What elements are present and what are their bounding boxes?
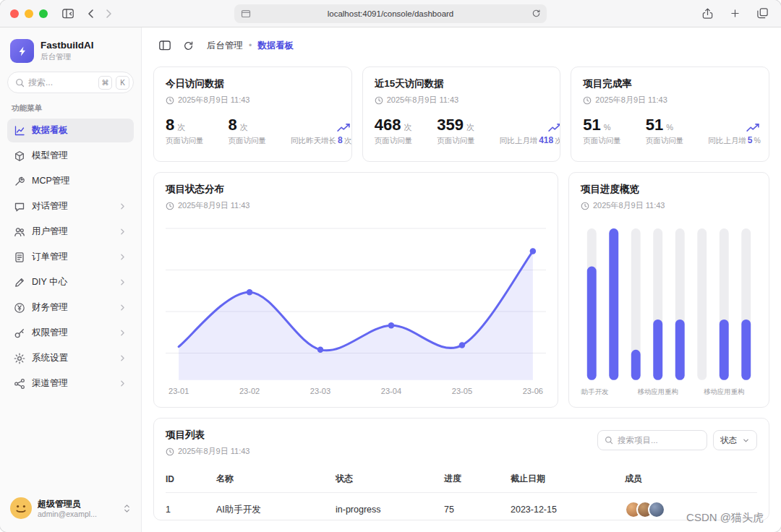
url-text: localhost:4091/console/dashboard <box>328 9 454 18</box>
app-subtitle: 后台管理 <box>40 52 94 62</box>
share-nodes-icon <box>14 378 25 390</box>
sidebar-search[interactable]: ⌘ K <box>7 72 134 93</box>
user-menu[interactable]: 超级管理员 admin@exampl... <box>7 493 134 523</box>
cell-progress: 75 <box>444 493 511 521</box>
browser-sidebar-toggle-icon[interactable] <box>59 5 77 22</box>
breadcrumb-current[interactable]: 数据看板 <box>257 40 294 52</box>
cell-deadline: 2023-12-15 <box>511 493 625 521</box>
stat-card-15day-visits: 近15天访问数据 2025年8月9日 11:43 468次 页面访问量 359 <box>362 66 561 162</box>
sidebar-menu: 数据看板 模型管理 MCP管理 对话管理 用户管理 <box>7 119 134 395</box>
trend-unit: 次 <box>344 136 352 145</box>
chevron-right-icon <box>118 303 127 312</box>
svg-text:移动应用重构: 移动应用重构 <box>637 387 678 395</box>
metric-value: 8 <box>166 117 174 133</box>
chevron-right-icon <box>118 379 127 388</box>
wrench-icon <box>14 176 25 187</box>
sidebar-item-channels[interactable]: 渠道管理 <box>7 372 134 395</box>
card-timestamp: 2025年8月9日 11:43 <box>178 95 249 106</box>
panel-collapse-icon[interactable] <box>155 35 175 56</box>
gear-icon <box>14 353 25 364</box>
col-header-id: ID <box>166 466 216 493</box>
col-header-deadline: 截止日期 <box>511 466 625 493</box>
card-title: 项目完成率 <box>583 77 757 90</box>
metric-unit: 次 <box>404 122 411 133</box>
close-button[interactable] <box>10 9 19 18</box>
app-title: FastbuildAI <box>40 40 94 51</box>
sidebar-item-orders[interactable]: 订单管理 <box>7 245 134 269</box>
sidebar-item-settings[interactable]: 系统设置 <box>7 346 134 370</box>
sidebar-item-label: 用户管理 <box>32 226 68 238</box>
chevron-right-icon <box>118 202 127 211</box>
trend-unit: 次 <box>555 136 560 145</box>
trend-prefix: 同比上月增 <box>708 136 746 145</box>
svg-text:23-03: 23-03 <box>310 387 330 395</box>
url-bar[interactable]: localhost:4091/console/dashboard <box>234 4 547 23</box>
menu-section-label: 功能菜单 <box>12 103 129 113</box>
metric: 359次 页面访问量 <box>437 117 475 146</box>
sidebar-item-label: 订单管理 <box>32 251 68 263</box>
col-header-members: 成员 <box>625 466 757 493</box>
metric-label: 页面访问量 <box>646 136 684 146</box>
metric-label: 页面访问量 <box>437 136 475 146</box>
sidebar-item-permissions[interactable]: 权限管理 <box>7 321 134 345</box>
card-timestamp: 2025年8月9日 11:43 <box>593 200 665 211</box>
sidebar-item-finance[interactable]: 财务管理 <box>7 296 134 319</box>
back-button[interactable] <box>82 5 100 22</box>
cube-icon <box>14 150 25 162</box>
chevron-right-icon <box>118 227 127 236</box>
traffic-lights <box>10 9 48 18</box>
stat-card-today-visits: 今日访问数据 2025年8月9日 11:43 8次 页面访问量 8次 <box>153 66 352 162</box>
trend: 同比上月增418次 <box>500 123 561 146</box>
status-filter-select[interactable]: 状态 <box>713 430 757 450</box>
refresh-icon[interactable] <box>178 35 198 56</box>
svg-text:23-04: 23-04 <box>381 387 401 395</box>
sidebar-item-conversations[interactable]: 对话管理 <box>7 194 134 218</box>
sidebar-item-models[interactable]: 模型管理 <box>7 144 134 168</box>
sidebar-item-users[interactable]: 用户管理 <box>7 220 134 244</box>
metric: 51% 页面访问量 <box>583 117 621 146</box>
trend-value: 8 <box>338 135 343 145</box>
share-icon[interactable] <box>699 5 716 22</box>
clock-icon <box>581 202 589 210</box>
breadcrumb-root[interactable]: 后台管理 <box>207 40 243 52</box>
toolbar-right-actions <box>699 5 771 22</box>
metric: 8次 页面访问量 <box>229 117 267 146</box>
page-settings-icon[interactable] <box>241 9 251 19</box>
zoom-button[interactable] <box>39 9 48 18</box>
card-timestamp: 2025年8月9日 11:43 <box>387 95 458 106</box>
trend: 同比昨天增长8次 <box>291 123 351 146</box>
k-key-badge: K <box>116 76 129 90</box>
sidebar-item-mcp[interactable]: MCP管理 <box>7 169 134 193</box>
chart-cards-row: 项目状态分布 2025年8月9日 11:43 23-0123-0223-0323… <box>153 172 769 408</box>
reload-icon[interactable] <box>532 9 541 18</box>
user-avatar <box>10 497 32 519</box>
sidebar: FastbuildAI 后台管理 ⌘ K 功能菜单 数据看板 <box>0 27 142 532</box>
sidebar-item-diy[interactable]: DIY 中心 <box>7 270 134 294</box>
search-input[interactable] <box>28 77 95 87</box>
cell-members <box>625 493 757 521</box>
new-tab-icon[interactable] <box>726 5 743 22</box>
chevron-up-down-icon <box>123 503 131 514</box>
chevron-right-icon <box>118 278 127 287</box>
app-logo[interactable]: FastbuildAI 后台管理 <box>7 35 134 72</box>
tab-overview-icon[interactable] <box>754 5 771 22</box>
project-search-input[interactable] <box>618 436 700 445</box>
sidebar-item-label: 系统设置 <box>32 352 68 364</box>
project-progress-chart-card: 项目进度概览 2025年8月9日 11:43 AI助手开发移动应用重构移动应用重… <box>568 172 769 408</box>
browser-toolbar: localhost:4091/console/dashboard <box>0 0 781 27</box>
project-search[interactable] <box>597 430 707 450</box>
chevron-right-icon <box>118 353 127 363</box>
metric-label: 页面访问量 <box>166 136 204 146</box>
trend-value: 418 <box>539 135 553 145</box>
clock-icon <box>166 202 174 210</box>
sidebar-item-dashboard[interactable]: 数据看板 <box>7 119 134 142</box>
metric-value: 468 <box>375 117 401 133</box>
stat-cards-row: 今日访问数据 2025年8月9日 11:43 8次 页面访问量 8次 <box>153 66 769 162</box>
status-filter-label: 状态 <box>720 435 737 446</box>
metric-unit: % <box>604 123 611 132</box>
forward-button[interactable] <box>100 5 117 22</box>
svg-text:23-01: 23-01 <box>168 387 189 395</box>
col-header-status: 状态 <box>336 466 444 493</box>
minimize-button[interactable] <box>25 9 33 18</box>
metric-label: 页面访问量 <box>583 136 621 146</box>
